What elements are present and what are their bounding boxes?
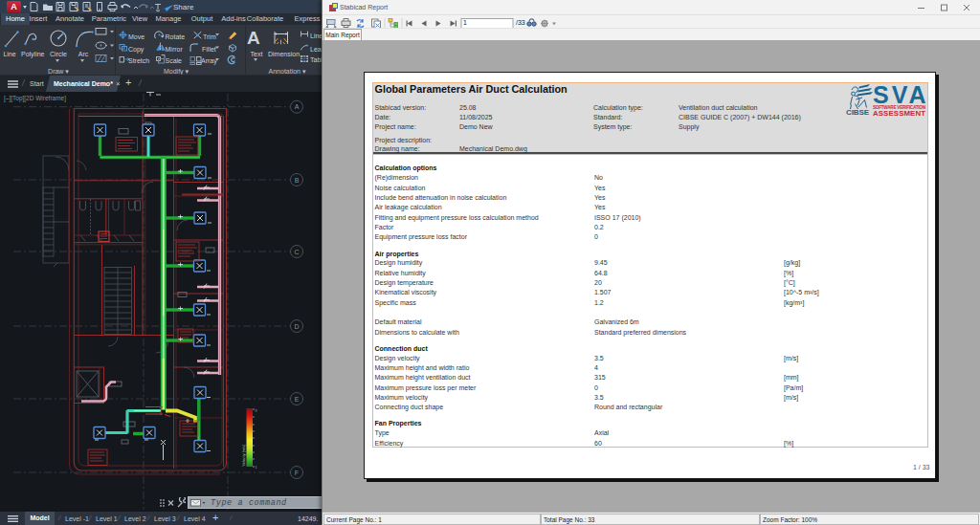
svg-text:9: 9: [256, 409, 257, 413]
svg-text:CIBSE: CIBSE: [846, 108, 870, 117]
svg-text:A: A: [295, 103, 300, 110]
svg-text:ASSESSMENT: ASSESSMENT: [873, 109, 925, 118]
svg-text:C: C: [294, 249, 299, 255]
svg-text:E: E: [295, 396, 300, 403]
svg-text:B: B: [295, 177, 300, 184]
svg-text:F: F: [295, 470, 299, 476]
svg-text:1: 1: [256, 466, 257, 470]
svg-text:Velocity [m/s]: Velocity [m/s]: [242, 445, 246, 466]
svg-text:D: D: [294, 323, 299, 330]
